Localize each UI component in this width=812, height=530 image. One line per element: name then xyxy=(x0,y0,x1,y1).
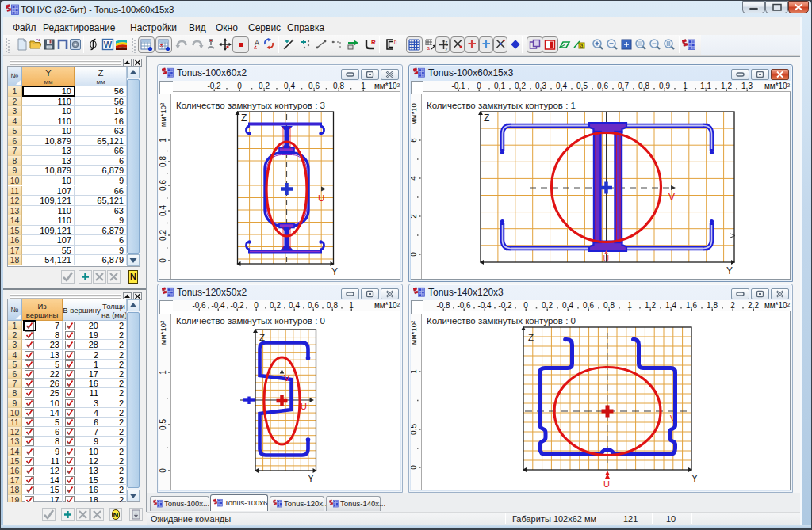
svg-text:a: a xyxy=(580,43,584,48)
svg-text:0.8: 0.8 xyxy=(333,82,344,90)
svg-text:1: 1 xyxy=(349,301,354,310)
svg-text:1.6: 1.6 xyxy=(686,301,697,310)
svg-text:1.2: 1.2 xyxy=(645,301,656,310)
svg-text:0.2: 0.2 xyxy=(270,301,281,310)
svg-text:0.9: 0.9 xyxy=(659,82,670,90)
svg-text:0.2: 0.2 xyxy=(259,82,270,90)
svg-text:-0.6: -0.6 xyxy=(457,301,471,310)
svg-text:мм*10²: мм*10² xyxy=(159,321,167,345)
svg-text:U: U xyxy=(318,193,324,203)
svg-text:0.2: 0.2 xyxy=(159,230,167,241)
svg-text:№: № xyxy=(10,72,18,80)
svg-text:-0.4: -0.4 xyxy=(211,301,225,310)
svg-text:мм*10²: мм*10² xyxy=(764,82,791,90)
svg-text:0.5: 0.5 xyxy=(411,424,418,435)
svg-text:0.6: 0.6 xyxy=(597,82,608,90)
svg-text:1: 1 xyxy=(683,82,688,90)
svg-text:0.3: 0.3 xyxy=(535,82,546,90)
svg-text:U: U xyxy=(301,402,307,411)
svg-text:0: 0 xyxy=(523,301,528,310)
svg-text:0.8: 0.8 xyxy=(159,156,167,167)
svg-text:2: 2 xyxy=(411,214,418,219)
svg-text:0.2: 0.2 xyxy=(542,301,553,310)
svg-text:0.4: 0.4 xyxy=(289,301,300,310)
svg-text:-0.2: -0.2 xyxy=(230,301,244,310)
svg-text:мм*10²: мм*10² xyxy=(374,301,400,310)
svg-text:Y: Y xyxy=(691,473,698,484)
svg-text:V: V xyxy=(284,373,290,383)
svg-text:мм*10: мм*10 xyxy=(411,103,418,124)
svg-text:y: y xyxy=(446,46,448,51)
svg-text:0.6: 0.6 xyxy=(308,301,319,310)
svg-text:1.3: 1.3 xyxy=(741,82,753,90)
svg-text:1.2: 1.2 xyxy=(721,82,732,90)
svg-text:0.8: 0.8 xyxy=(327,301,338,310)
svg-text:1.1: 1.1 xyxy=(700,82,711,90)
svg-text:0.4: 0.4 xyxy=(562,301,573,310)
svg-text:0.2: 0.2 xyxy=(515,82,526,90)
svg-text:1: 1 xyxy=(627,301,632,310)
svg-text:0.4: 0.4 xyxy=(556,82,567,90)
svg-text:Количество замкнутых контуров: Количество замкнутых контуров : 1 xyxy=(427,101,576,110)
svg-text:0: 0 xyxy=(411,465,418,470)
svg-text:Y: Y xyxy=(308,473,314,484)
svg-text:мм*10²: мм*10² xyxy=(374,82,400,90)
svg-text:Количество замкнутых контуров: Количество замкнутых контуров : 3 xyxy=(176,101,325,110)
svg-text:0: 0 xyxy=(159,258,167,263)
svg-text:1: 1 xyxy=(361,82,366,90)
svg-text:Z: Z xyxy=(484,112,489,124)
svg-text:0.4: 0.4 xyxy=(159,205,167,216)
svg-text:h: h xyxy=(394,39,397,44)
svg-text:1.8: 1.8 xyxy=(707,301,718,310)
svg-text:A: A xyxy=(255,39,259,47)
svg-text:0.6: 0.6 xyxy=(583,301,594,310)
svg-text:4: 4 xyxy=(411,176,418,181)
svg-text:0.6: 0.6 xyxy=(159,180,167,191)
svg-text:0.6: 0.6 xyxy=(308,82,320,90)
svg-text:0.5: 0.5 xyxy=(159,419,167,430)
svg-text:мм*10²: мм*10² xyxy=(159,103,167,128)
svg-text:Y: Y xyxy=(726,265,733,276)
svg-text:1: 1 xyxy=(159,138,167,143)
svg-text:Y: Y xyxy=(331,266,338,277)
svg-text:0.8: 0.8 xyxy=(638,82,649,90)
svg-text:V: V xyxy=(668,192,675,203)
svg-text:0.4: 0.4 xyxy=(284,82,295,90)
svg-text:Количество замкнутых контуров: Количество замкнутых контуров : 0 xyxy=(427,316,576,326)
svg-text:0.8: 0.8 xyxy=(603,301,615,310)
svg-text:0: 0 xyxy=(411,252,418,257)
svg-text:6: 6 xyxy=(411,138,418,143)
svg-text:-0.2: -0.2 xyxy=(207,82,221,90)
svg-text:z: z xyxy=(446,40,448,44)
svg-text:U: U xyxy=(603,254,610,263)
svg-text:Z: Z xyxy=(241,112,247,124)
svg-text:2.2: 2.2 xyxy=(748,301,759,310)
svg-text:2: 2 xyxy=(730,301,735,310)
svg-text:0.7: 0.7 xyxy=(618,82,629,90)
svg-text:1: 1 xyxy=(411,369,418,374)
svg-text:0: 0 xyxy=(159,468,167,473)
svg-text:0.5: 0.5 xyxy=(576,82,588,90)
svg-text:Z: Z xyxy=(528,333,534,342)
svg-text:a: a xyxy=(427,45,430,51)
svg-text:-0.6: -0.6 xyxy=(192,301,206,310)
svg-text:-0.4: -0.4 xyxy=(477,301,492,310)
svg-text:U: U xyxy=(603,479,610,489)
svg-text:0: 0 xyxy=(237,82,242,90)
svg-text:0.1: 0.1 xyxy=(494,82,505,90)
svg-text:R: R xyxy=(371,39,376,46)
svg-text:W: W xyxy=(104,40,113,49)
svg-text:Z: Z xyxy=(259,333,265,342)
svg-text:0: 0 xyxy=(254,301,259,310)
svg-text:№: № xyxy=(10,306,18,314)
svg-text:1: 1 xyxy=(159,370,167,375)
svg-text:мм*10²: мм*10² xyxy=(764,301,791,310)
svg-text:Количество замкнутых контуров: Количество замкнутых контуров : 0 xyxy=(176,316,325,326)
svg-text:-0.1: -0.1 xyxy=(451,82,465,90)
svg-text:1.4: 1.4 xyxy=(665,301,676,310)
svg-text:-0.2: -0.2 xyxy=(498,301,512,310)
svg-text:-0.8: -0.8 xyxy=(436,301,450,310)
svg-text:0: 0 xyxy=(477,82,481,90)
svg-text:мм*10²: мм*10² xyxy=(411,321,418,345)
